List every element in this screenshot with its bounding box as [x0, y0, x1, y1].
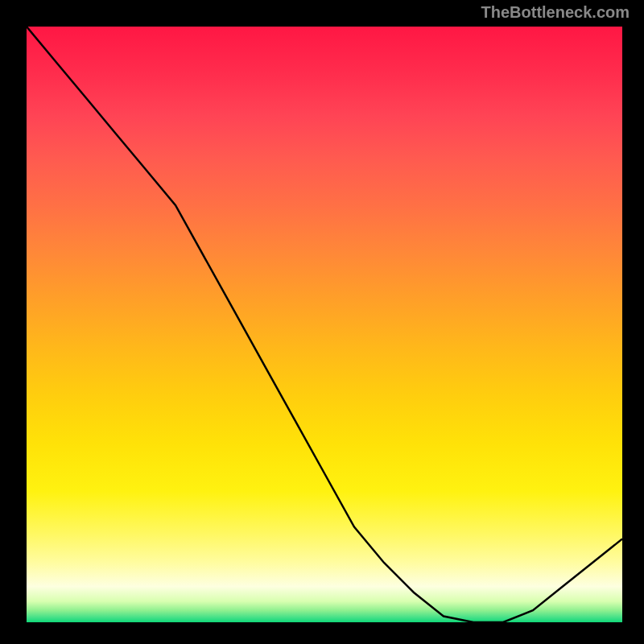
attribution-text: TheBottleneck.com — [481, 3, 630, 22]
bottleneck-curve — [27, 27, 622, 622]
plot-area — [24, 24, 625, 625]
